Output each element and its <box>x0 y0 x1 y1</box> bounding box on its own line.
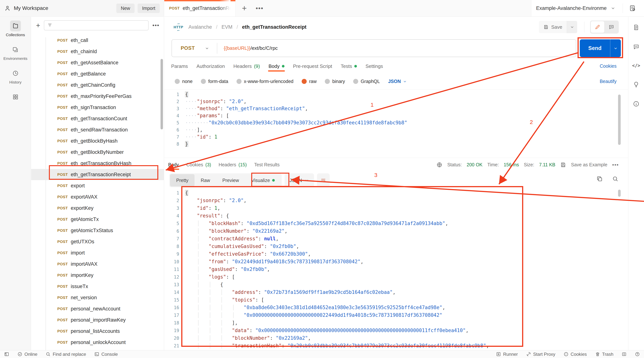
sidebar-request-personal_listAccounts[interactable]: POSTpersonal_listAccounts <box>31 326 164 337</box>
body-mode-none[interactable]: none <box>175 79 193 84</box>
statusbar-help-button[interactable] <box>635 352 640 357</box>
body-mode-binary[interactable]: binary <box>325 79 345 84</box>
breadcrumb-folder[interactable]: EVM <box>222 24 232 30</box>
chevron-down-icon[interactable] <box>204 46 210 51</box>
request-tab-pre-request-script[interactable]: Pre-request Script <box>293 63 332 69</box>
sidebar-request-eth_getBalance[interactable]: POSTeth_getBalance <box>31 68 164 79</box>
body-mode-raw[interactable]: raw <box>302 79 316 84</box>
url-input[interactable]: {{baseURL}}/ext/bc/C/rpc <box>224 45 278 51</box>
response-view-preview[interactable]: Preview <box>216 174 245 186</box>
sidebar-request-eth_getBlockByHash[interactable]: POSTeth_getBlockByHash <box>31 135 164 147</box>
sidebar-request-personal_unlockAccount[interactable]: POSTpersonal_unlockAccount <box>31 337 164 348</box>
response-tab-test-results[interactable]: Test Results <box>254 162 280 168</box>
sidebar-request-eth_sendRawTransaction[interactable]: POSTeth_sendRawTransaction <box>31 124 164 135</box>
code-snippet-icon[interactable]: </> <box>632 63 640 68</box>
sidebar-request-eth_chainId[interactable]: POSTeth_chainId <box>31 46 164 57</box>
open-request-tab[interactable]: POST eth_getTransactionRece <box>164 0 236 16</box>
send-options-button[interactable] <box>610 46 621 51</box>
sidebar-request-eth_getTransactionCount[interactable]: POSTeth_getTransactionCount <box>31 113 164 124</box>
sidebar-request-eth_maxPriorityFeePerGas[interactable]: POSTeth_maxPriorityFeePerGas <box>31 91 164 102</box>
request-tab-body[interactable]: Body <box>268 63 284 69</box>
environment-selector[interactable]: Example-Avalanche-Environme <box>536 5 607 11</box>
sidebar-request-eth_call[interactable]: POSTeth_call <box>31 35 164 46</box>
statusbar-panes-button[interactable] <box>622 352 627 357</box>
sidebar-request-importAVAX[interactable]: POSTimportAVAX <box>31 258 164 270</box>
request-tab-authorization[interactable]: Authorization <box>196 63 225 69</box>
comment-icon[interactable] <box>633 44 639 50</box>
request-editor-scrollbar[interactable] <box>618 95 621 145</box>
response-tab-cookies[interactable]: Cookies(3) <box>186 162 211 168</box>
response-body-viewer[interactable]: 1{2 "jsonrpc": "2.0",3 "id": 1,4 "result… <box>164 188 628 350</box>
chevron-down-icon[interactable] <box>610 5 616 11</box>
response-tab-body[interactable]: Body <box>168 162 179 168</box>
request-tab-settings[interactable]: Settings <box>366 63 383 69</box>
save-options-button[interactable] <box>567 21 577 33</box>
response-more-icon[interactable]: ••• <box>612 162 619 168</box>
sidebar-request-eth_getTransactionByHash[interactable]: POSTeth_getTransactionByHash <box>31 158 164 169</box>
edit-mode-button[interactable] <box>591 21 604 33</box>
new-tab-button[interactable]: + <box>236 0 253 16</box>
sidebar-scrollbar[interactable] <box>160 59 163 129</box>
sidebar-more-icon[interactable]: ••• <box>152 22 160 28</box>
beautify-link[interactable]: Beautify <box>600 79 616 84</box>
breadcrumb-request-name[interactable]: eth_getTransactionReceipt <box>242 24 306 30</box>
lightbulb-icon[interactable] <box>633 81 639 88</box>
sidebar-request-getUTXOs[interactable]: POSTgetUTXOs <box>31 236 164 247</box>
sidebar-request-import[interactable]: POSTimport <box>31 247 164 258</box>
sidebar-request-eth_getAssetBalance[interactable]: POSTeth_getAssetBalance <box>31 57 164 68</box>
info-icon[interactable] <box>633 101 639 107</box>
sidebar-request-eth_getTransactionReceipt[interactable]: POSTeth_getTransactionReceipt <box>31 169 164 180</box>
statusbar-sidebar-button[interactable] <box>4 352 9 357</box>
sidebar-request-net_version[interactable]: POSTnet_version <box>31 292 164 303</box>
add-collection-button[interactable]: + <box>36 21 40 29</box>
request-tab-tests[interactable]: Tests <box>341 63 357 69</box>
workspace-switcher[interactable]: My Workspace <box>4 5 48 11</box>
sidebar-filter-input[interactable] <box>55 23 145 28</box>
new-button[interactable]: New <box>116 3 134 13</box>
documentation-icon[interactable] <box>633 24 639 30</box>
body-mode-x-www-form-urlencoded[interactable]: x-www-form-urlencoded <box>236 79 294 84</box>
request-language-dropdown[interactable]: JSON <box>388 79 407 84</box>
sidebar-rail-item-apps[interactable] <box>10 92 21 102</box>
cookies-link[interactable]: Cookies <box>600 63 616 69</box>
statusbar-start-proxy[interactable]: Start Proxy <box>526 352 555 357</box>
search-icon[interactable] <box>612 176 618 182</box>
breadcrumb-collection[interactable]: Avalanche <box>188 24 212 30</box>
sidebar-rail-item-collections[interactable]: Collections <box>6 20 25 37</box>
sidebar-request-exportKey[interactable]: POSTexportKey <box>31 202 164 214</box>
body-mode-form-data[interactable]: form-data <box>201 79 228 84</box>
response-scrollbar[interactable] <box>618 190 621 197</box>
save-as-example-button[interactable]: Save as Example <box>571 162 608 168</box>
request-tab-params[interactable]: Params <box>171 63 188 69</box>
sidebar-rail-item-environments[interactable]: Environments <box>3 44 27 61</box>
sidebar-request-getAtomicTx[interactable]: POSTgetAtomicTx <box>31 214 164 225</box>
request-body-editor[interactable]: 1{2····"jsonrpc": "2.0",3····"method": "… <box>164 89 628 158</box>
method-selector[interactable]: POST <box>181 45 195 51</box>
response-language-dropdown[interactable]: JSON <box>285 174 314 187</box>
sidebar-rail-item-history[interactable]: History <box>9 68 22 84</box>
statusbar-find-and-replace[interactable]: Find and replace <box>46 352 86 357</box>
sidebar-request-eth_signTransaction[interactable]: POSTeth_signTransaction <box>31 102 164 113</box>
save-button[interactable]: Save <box>539 21 567 33</box>
body-mode-GraphQL[interactable]: GraphQL <box>353 79 380 84</box>
sidebar-request-eth_getChainConfig[interactable]: POSTeth_getChainConfig <box>31 79 164 91</box>
statusbar-cookies[interactable]: Cookies <box>564 352 587 357</box>
response-view-visualize[interactable]: Visualize <box>245 174 281 186</box>
statusbar-console[interactable]: Console <box>94 352 118 357</box>
statusbar-runner[interactable]: Runner <box>496 352 518 357</box>
copy-icon[interactable] <box>596 176 603 182</box>
statusbar-online[interactable]: Online <box>17 352 37 357</box>
statusbar-trash[interactable]: Trash <box>595 352 614 357</box>
response-view-raw[interactable]: Raw <box>194 174 216 186</box>
sidebar-request-getAtomicTxStatus[interactable]: POSTgetAtomicTxStatus <box>31 225 164 236</box>
sidebar-request-issueTx[interactable]: POSTissueTx <box>31 281 164 292</box>
request-tab-headers[interactable]: Headers(9) <box>233 63 260 69</box>
response-view-pretty[interactable]: Pretty <box>170 174 194 186</box>
sidebar-request-personal_newAccount[interactable]: POSTpersonal_newAccount <box>31 303 164 314</box>
environment-quick-look-icon[interactable] <box>629 5 636 11</box>
sidebar-request-importKey[interactable]: POSTimportKey <box>31 270 164 281</box>
comments-button[interactable] <box>604 21 618 33</box>
sidebar-request-eth_getBlockByNumber[interactable]: POSTeth_getBlockByNumber <box>31 147 164 158</box>
send-button[interactable]: Send <box>580 39 621 57</box>
tab-options-icon[interactable]: ••• <box>253 0 266 16</box>
